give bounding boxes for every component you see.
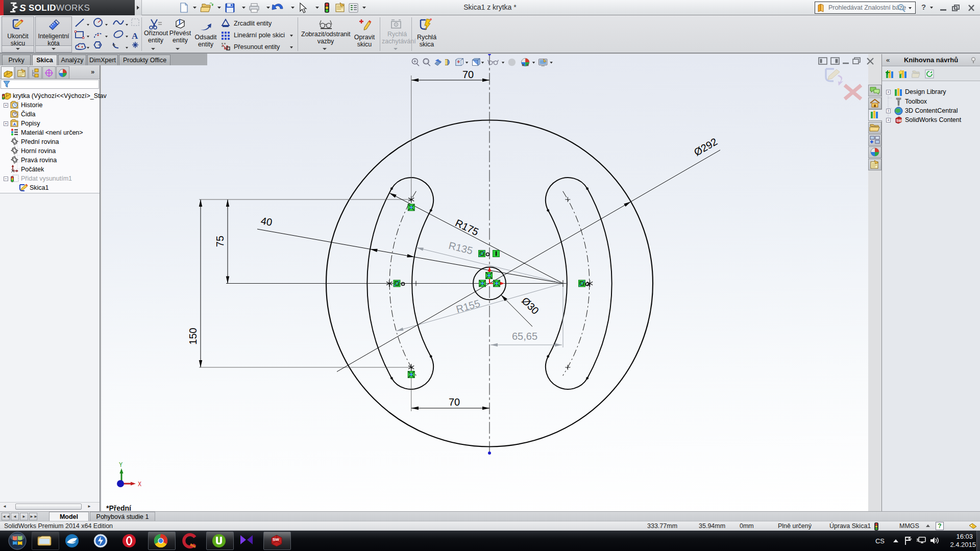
svg-text:Ø30: Ø30 — [520, 295, 541, 316]
svg-text:R135: R135 — [448, 240, 474, 257]
svg-text:X: X — [138, 481, 141, 488]
svg-text:Ø292: Ø292 — [692, 136, 719, 158]
svg-text:A: A — [13, 122, 16, 127]
svg-text:SW: SW — [273, 537, 279, 542]
svg-text:R155: R155 — [455, 297, 481, 315]
svg-text:Y: Y — [119, 462, 122, 469]
svg-text:70: 70 — [449, 396, 460, 408]
svg-text:S: S — [19, 3, 26, 13]
svg-text:SOLIDWORKS: SOLIDWORKS — [29, 3, 90, 13]
svg-text:150: 150 — [187, 328, 199, 344]
svg-text:R175: R175 — [454, 217, 481, 238]
svg-text:65,65: 65,65 — [512, 331, 537, 342]
svg-text:SW: SW — [896, 119, 902, 122]
svg-text:40: 40 — [260, 215, 273, 228]
svg-text:70: 70 — [462, 69, 474, 80]
svg-text:A: A — [132, 31, 138, 41]
svg-text:75: 75 — [214, 236, 226, 247]
